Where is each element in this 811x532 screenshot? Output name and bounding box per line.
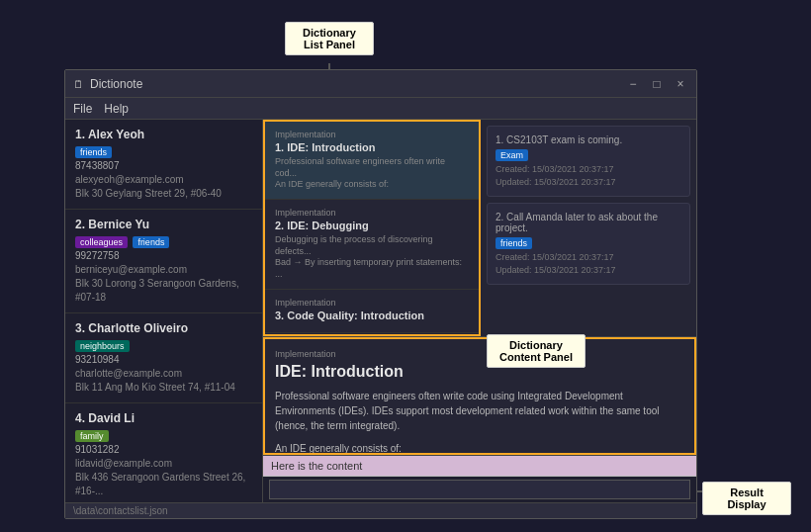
contact-tag: friends [75, 146, 112, 158]
status-bar: \data\contactslist.json [65, 502, 696, 518]
content-category: Implementation [275, 349, 684, 359]
notes-panel: 1. CS2103T exam is coming. Exam Created:… [481, 120, 696, 336]
command-input[interactable] [269, 480, 690, 499]
status-text: \data\contactslist.json [73, 505, 168, 516]
contact-name: 3. Charlotte Oliveiro [75, 321, 252, 335]
menu-file[interactable]: File [73, 102, 92, 116]
content-title: IDE: Introduction [275, 363, 684, 381]
contact-item[interactable]: 4. David Li family 91031282 lidavid@exam… [65, 403, 262, 502]
right-panels: Implementation 1. IDE: Introduction Prof… [263, 120, 696, 502]
contact-email: charlotte@example.com [75, 367, 252, 381]
contact-phone: 87438807 [75, 160, 252, 171]
dict-entry-title: 3. Code Quality: Introduction [275, 310, 469, 321]
content-para-1: Professional software engineers often wr… [275, 389, 684, 433]
contact-name: 4. David Li [75, 411, 252, 425]
note-created: Created: 15/03/2021 20:37:17 [496, 251, 681, 264]
title-bar-controls: − □ × [625, 77, 688, 91]
note-tag: friends [496, 237, 532, 249]
dict-entry-category: Implementation [275, 130, 469, 139]
app-title: Dictionote [90, 77, 142, 91]
result-text: Here is the content [271, 460, 362, 472]
note-number: 2. Call Amanda later to ask about the pr… [496, 212, 681, 233]
title-bar: 🗒 Dictionote − □ × [65, 70, 696, 98]
contact-address: Blk 11 Ang Mo Kio Street 74, #11-04 [75, 381, 252, 395]
contact-address: Blk 436 Serangoon Gardens Street 26, #16… [75, 471, 252, 498]
close-button[interactable]: × [673, 77, 688, 91]
menu-bar: File Help [65, 98, 696, 120]
dict-entry-preview2: Bad → By inserting temporary print state… [275, 257, 469, 280]
dict-list-panel-annotation: DictionaryList Panel [285, 22, 374, 55]
dictionary-list-panel: Implementation 1. IDE: Introduction Prof… [263, 120, 481, 336]
result-display-annotation: Result Display [702, 482, 791, 515]
dict-entry-category: Implementation [275, 208, 469, 218]
top-right-area: Implementation 1. IDE: Introduction Prof… [263, 120, 696, 337]
dict-entry[interactable]: Implementation 1. IDE: Introduction Prof… [265, 122, 479, 200]
note-updated: Updated: 15/03/2021 20:37:17 [496, 176, 681, 189]
dict-entry-category: Implementation [275, 298, 469, 308]
dictionary-content-panel: Implementation IDE: Introduction Profess… [263, 337, 696, 455]
note-tag: Exam [496, 149, 528, 161]
dict-entry-title: 1. IDE: Introduction [275, 141, 469, 153]
contact-name: 2. Bernice Yu [75, 218, 252, 231]
contact-phone: 99272758 [75, 250, 252, 261]
dict-entry-preview: Professional software engineers often wr… [275, 156, 469, 179]
contact-list-panel: 1. Alex Yeoh friends 87438807 alexyeoh@e… [65, 120, 263, 502]
contact-tag: colleagues [75, 236, 128, 248]
contact-phone: 93210984 [75, 354, 252, 365]
contact-address: Blk 30 Lorong 3 Serangoon Gardens, #07-1… [75, 277, 252, 305]
contact-name: 1. Alex Yeoh [75, 128, 252, 141]
contact-email: berniceyu@example.com [75, 263, 252, 277]
app-body: 1. Alex Yeoh friends 87438807 alexyeoh@e… [65, 120, 696, 502]
note-number: 1. CS2103T exam is coming. [496, 134, 681, 145]
dict-entry-title: 2. IDE: Debugging [275, 220, 469, 231]
contact-address: Blk 30 Geylang Street 29, #06-40 [75, 187, 252, 201]
bottom-right-area: Implementation IDE: Introduction Profess… [263, 337, 696, 455]
minimize-button[interactable]: − [625, 77, 641, 91]
contact-tag: friends [133, 236, 169, 248]
menu-help[interactable]: Help [104, 102, 129, 116]
note-created: Created: 15/03/2021 20:37:17 [496, 163, 681, 176]
dict-content-panel-annotation: DictionaryContent Panel [487, 334, 586, 368]
dict-entry-preview2: An IDE generally consists of: [275, 179, 469, 191]
dict-entry[interactable]: Implementation 3. Code Quality: Introduc… [265, 290, 479, 333]
bottom-bar: Here is the content [263, 455, 696, 502]
note-updated: Updated: 15/03/2021 20:37:17 [496, 264, 681, 277]
contact-phone: 91031282 [75, 444, 252, 455]
content-body: Professional software engineers often wr… [275, 389, 684, 455]
contact-item[interactable]: 1. Alex Yeoh friends 87438807 alexyeoh@e… [65, 120, 262, 210]
contact-item[interactable]: 3. Charlotte Oliveiro neighbours 9321098… [65, 313, 262, 403]
result-display-bar: Here is the content [263, 456, 696, 477]
app-window: 🗒 Dictionote − □ × File Help [64, 69, 697, 519]
contact-email: alexyeoh@example.com [75, 173, 252, 187]
input-bar [263, 477, 696, 502]
contact-item[interactable]: 2. Bernice Yu colleagues friends 9927275… [65, 210, 262, 313]
contact-tag: family [75, 430, 109, 442]
content-para-2: An IDE generally consists of: [275, 441, 684, 455]
contact-email: lidavid@example.com [75, 457, 252, 471]
dict-entry-preview: Debugging is the process of discovering … [275, 234, 469, 257]
note-card[interactable]: 1. CS2103T exam is coming. Exam Created:… [487, 126, 690, 197]
contact-tag: neighbours [75, 340, 130, 352]
maximize-button[interactable]: □ [649, 77, 665, 91]
dict-entry[interactable]: Implementation 2. IDE: Debugging Debuggi… [265, 200, 479, 290]
note-card[interactable]: 2. Call Amanda later to ask about the pr… [487, 203, 690, 285]
